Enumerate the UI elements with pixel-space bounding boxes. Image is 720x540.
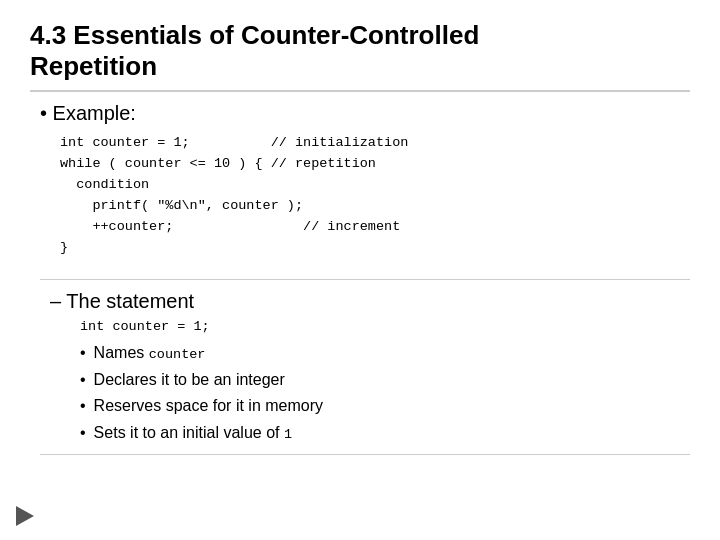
statement-section: – The statement int counter = 1; • Names… [40,290,690,445]
title-line1: 4.3 Essentials of Counter-Controlled [30,20,479,50]
statement-bullets: • Names counter • Declares it to be an i… [80,342,690,445]
slide-title: 4.3 Essentials of Counter-Controlled Rep… [30,20,690,82]
example-section: • Example: int counter = 1; // initializ… [40,102,690,269]
bullet-dot-4: • [80,422,86,444]
bullet-dot-2: • [80,369,86,391]
example-code: int counter = 1; // initialization while… [60,133,408,259]
statement-sub-code: int counter = 1; [80,319,690,334]
bullet-item-3: • Reserves space for it in memory [80,395,690,417]
dash-label: – The statement [50,290,690,313]
bottom-divider [40,454,690,455]
section-divider [40,279,690,280]
navigation-arrow[interactable] [16,506,34,526]
content-area: • Example: int counter = 1; // initializ… [30,102,690,455]
title-area: 4.3 Essentials of Counter-Controlled Rep… [30,20,690,92]
title-line2: Repetition [30,51,157,81]
bullet-item-2: • Declares it to be an integer [80,369,690,391]
bullet-dot-3: • [80,395,86,417]
bullet-dot-1: • [80,342,86,364]
bullet-item-4: • Sets it to an initial value of 1 [80,422,690,445]
example-label: • Example: [40,102,408,125]
slide-container: 4.3 Essentials of Counter-Controlled Rep… [0,0,720,540]
bullet-item-1: • Names counter [80,342,690,365]
